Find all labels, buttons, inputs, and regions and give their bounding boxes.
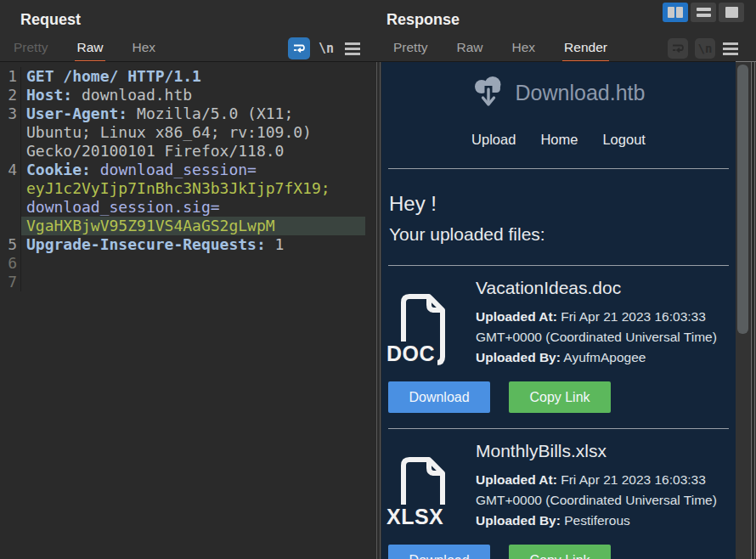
word-wrap-button[interactable] bbox=[288, 37, 310, 59]
copy-link-button[interactable]: Copy Link bbox=[509, 545, 611, 559]
site-title: Download.htb bbox=[516, 81, 646, 105]
newline-toggle-button[interactable]: \n bbox=[319, 41, 334, 56]
columns-icon bbox=[676, 7, 683, 18]
nav-link-upload[interactable]: Upload bbox=[471, 132, 516, 148]
row-text: Gecko/20100101 Firefox/118.0 bbox=[21, 142, 365, 161]
file-meta-line: Uploaded At: Fri Apr 21 2023 16:03:33 bbox=[476, 307, 717, 327]
request-text-segment: User-Agent: bbox=[26, 104, 127, 122]
tab-raw[interactable]: Raw bbox=[75, 40, 104, 63]
tab-pretty[interactable]: Pretty bbox=[392, 40, 429, 63]
copy-link-button[interactable]: Copy Link bbox=[509, 381, 611, 413]
editor-row: 2Host: download.htb bbox=[0, 86, 376, 104]
render-scrollbar-thumb[interactable] bbox=[737, 65, 748, 334]
editor-row: 1GET /home/ HTTP/1.1 bbox=[0, 67, 376, 86]
request-text-segment: download_session.sig= bbox=[26, 198, 220, 216]
line-number bbox=[0, 142, 21, 161]
highlighted-text: VgaHXBjwV95Z91VS4AaGS2gLwpM bbox=[21, 217, 365, 235]
file-type-icon: DOC bbox=[397, 293, 449, 366]
request-text-segment: VgaHXBjwV95Z91VS4AaGS2gLwpM bbox=[26, 217, 275, 234]
request-text-segment: Ubuntu; Linux x86_64; rv:109.0) bbox=[26, 123, 312, 141]
request-text-segment: download_session= bbox=[100, 161, 257, 178]
request-text-segment: eyJ1c2VyIjp7InBhc3N3b3JkIjp7fX19; bbox=[26, 179, 330, 197]
line-number bbox=[0, 179, 21, 198]
row-text: GET /home/ HTTP/1.1 bbox=[21, 67, 365, 86]
file-type-label: DOC bbox=[386, 342, 437, 366]
meta-label: Uploaded At: bbox=[476, 309, 557, 324]
file-meta-line: Uploaded By: AyufmApogee bbox=[476, 347, 717, 368]
row-text: Host: download.htb bbox=[21, 86, 365, 104]
split-columns-button[interactable] bbox=[663, 3, 688, 22]
site-nav: UploadHomeLogout bbox=[381, 132, 736, 148]
request-menu-button[interactable] bbox=[345, 42, 360, 58]
window-right-edge bbox=[751, 62, 755, 559]
editor-row: VgaHXBjwV95Z91VS4AaGS2gLwpM bbox=[0, 217, 376, 235]
request-text-segment: Host: bbox=[26, 86, 72, 104]
request-text-segment: Cookie: bbox=[26, 161, 91, 178]
editor-row: 5Upgrade-Insecure-Requests: 1 bbox=[0, 235, 376, 254]
row-text: Cookie: download_session= bbox=[21, 161, 365, 179]
single-pane-icon bbox=[725, 7, 738, 18]
nav-link-logout[interactable]: Logout bbox=[602, 132, 645, 148]
tab-raw[interactable]: Raw bbox=[454, 40, 484, 63]
editor-row: 4Cookie: download_session= bbox=[0, 161, 376, 179]
panel-divider bbox=[380, 62, 381, 559]
response-menu-button[interactable] bbox=[723, 42, 738, 58]
request-panel-title: Request bbox=[20, 11, 81, 29]
file-name: VacationIdeas.doc bbox=[476, 278, 621, 298]
request-text-segment: download.htb bbox=[72, 86, 192, 104]
rows-icon bbox=[697, 8, 711, 18]
request-text-segment: Gecko/20100101 Firefox/118.0 bbox=[26, 142, 284, 160]
single-pane-button[interactable] bbox=[719, 3, 744, 22]
meta-label: Uploaded By: bbox=[476, 513, 561, 528]
meta-label: Uploaded At: bbox=[476, 472, 557, 487]
row-text bbox=[21, 254, 365, 273]
nav-link-home[interactable]: Home bbox=[540, 132, 578, 148]
file-meta-line: GMT+0000 (Coordinated Universal Time) bbox=[476, 327, 717, 347]
row-text bbox=[21, 273, 365, 291]
newline-toggle-button-disabled[interactable]: \n bbox=[695, 38, 715, 59]
file-actions: DownloadCopy Link bbox=[388, 545, 611, 559]
editor-row: 6 bbox=[0, 254, 376, 273]
file-type-label: XLSX bbox=[386, 505, 446, 529]
tab-hex[interactable]: Hex bbox=[131, 40, 158, 63]
row-text: eyJ1c2VyIjp7InBhc3N3b3JkIjp7fX19; bbox=[21, 179, 365, 198]
file-actions: DownloadCopy Link bbox=[388, 381, 611, 413]
request-text-segment bbox=[91, 161, 100, 178]
line-number bbox=[0, 198, 21, 217]
editor-row: download_session.sig= bbox=[0, 198, 376, 217]
request-tabs: PrettyRawHex bbox=[12, 40, 157, 63]
tab-hex[interactable]: Hex bbox=[511, 40, 538, 63]
file-type-icon: XLSX bbox=[397, 456, 449, 529]
line-number: 4 bbox=[0, 161, 21, 179]
file-card: MonthlyBills.xlsxXLSXUploaded At: Fri Ap… bbox=[381, 441, 736, 559]
word-wrap-button-disabled[interactable] bbox=[668, 38, 688, 59]
request-text-segment: 1 bbox=[266, 235, 285, 253]
word-wrap-icon bbox=[670, 41, 685, 56]
line-number: 3 bbox=[0, 104, 21, 123]
line-number bbox=[0, 217, 21, 235]
file-card: VacationIdeas.docDOCUploaded At: Fri Apr… bbox=[381, 278, 736, 418]
download-button[interactable]: Download bbox=[388, 381, 490, 413]
editor-row: 7 bbox=[0, 273, 376, 291]
tab-render[interactable]: Render bbox=[562, 40, 609, 63]
line-number: 7 bbox=[0, 273, 21, 291]
file-meta-line: Uploaded By: Pestiferous bbox=[476, 511, 717, 531]
word-wrap-icon bbox=[291, 41, 307, 56]
line-number: 1 bbox=[0, 67, 21, 86]
file-name: MonthlyBills.xlsx bbox=[476, 441, 606, 461]
line-number: 5 bbox=[0, 235, 21, 254]
row-text: Ubuntu; Linux x86_64; rv:109.0) bbox=[21, 123, 365, 142]
columns-icon bbox=[668, 7, 674, 18]
editor-row: eyJ1c2VyIjp7InBhc3N3b3JkIjp7fX19; bbox=[0, 179, 376, 198]
split-rows-button[interactable] bbox=[691, 3, 716, 22]
file-meta-line: GMT+0000 (Coordinated Universal Time) bbox=[476, 490, 717, 511]
download-button[interactable]: Download bbox=[388, 545, 490, 559]
layout-toggle-group bbox=[663, 3, 744, 22]
request-editor[interactable]: 1GET /home/ HTTP/1.12Host: download.htb3… bbox=[0, 62, 376, 559]
file-meta: Uploaded At: Fri Apr 21 2023 16:03:33GMT… bbox=[476, 470, 717, 531]
response-tabs: PrettyRawHexRender bbox=[392, 40, 609, 63]
tab-pretty[interactable]: Pretty bbox=[12, 40, 49, 63]
row-text: User-Agent: Mozilla/5.0 (X11; bbox=[21, 104, 365, 123]
line-number: 2 bbox=[0, 86, 21, 104]
row-text: Upgrade-Insecure-Requests: 1 bbox=[21, 235, 365, 254]
